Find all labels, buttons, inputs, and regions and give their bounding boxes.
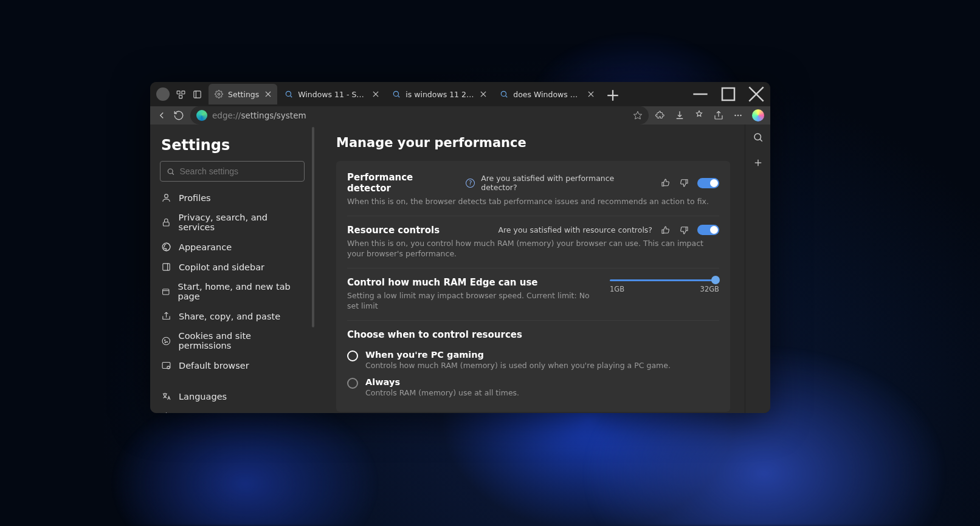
lock-icon [161, 217, 171, 228]
search-settings-input[interactable] [160, 161, 305, 182]
downloads-icon[interactable] [674, 110, 685, 121]
svg-point-29 [740, 115, 741, 116]
radio-always[interactable]: Always Controls RAM (memory) use at all … [347, 375, 719, 400]
thumbs-down-icon[interactable] [679, 225, 689, 235]
opt-always-title: Always [365, 377, 519, 387]
svg-point-42 [165, 341, 165, 342]
titlebar-left [150, 87, 206, 101]
svg-point-40 [165, 340, 165, 340]
feedback-group: Are you satisfied with performance detec… [481, 174, 719, 192]
new-tab-button[interactable] [604, 86, 622, 104]
browser-icon [161, 360, 171, 371]
favorite-icon[interactable] [633, 111, 643, 120]
nav-cookies[interactable]: Cookies and site permissions [160, 329, 305, 353]
close-window-button[interactable] [742, 82, 770, 106]
profile-avatar[interactable] [156, 87, 170, 101]
nav-downloads[interactable]: Downloads [160, 409, 305, 413]
svg-line-9 [291, 95, 292, 97]
toolbar-right [655, 109, 764, 121]
svg-point-30 [168, 169, 173, 174]
thumbs-down-icon[interactable] [679, 178, 689, 188]
search-icon [167, 167, 175, 176]
tab-search-2[interactable]: is windows 11 24h2 safe [386, 84, 492, 104]
close-icon[interactable] [479, 90, 488, 98]
perf-detector-toggle[interactable] [697, 178, 719, 188]
radio-button[interactable] [347, 350, 358, 361]
tab-strip: Settings Windows 11 - Search is windows … [209, 84, 622, 104]
resource-controls-desc: When this is on, you control how much RA… [347, 238, 719, 259]
refresh-button[interactable] [173, 110, 184, 121]
cookie-icon [161, 336, 171, 346]
search-panel-icon[interactable] [753, 132, 764, 143]
close-icon[interactable] [587, 90, 595, 98]
slider-min: 1GB [610, 285, 624, 293]
share-icon[interactable] [713, 110, 724, 121]
perf-detector-section: Performance detector ? Are you satisfied… [347, 172, 719, 207]
svg-point-16 [502, 91, 506, 96]
browser-essentials-icon[interactable] [694, 110, 705, 121]
opt-gaming-desc: Controls how much RAM (memory) is used o… [365, 361, 671, 370]
svg-point-5 [218, 93, 220, 95]
feedback-question: Are you satisfied with performance detec… [481, 174, 652, 192]
titlebar: Settings Windows 11 - Search is windows … [150, 82, 770, 106]
nav-copilot[interactable]: Copilot and sidebar [160, 259, 305, 275]
performance-card: Performance detector ? Are you satisfied… [336, 161, 730, 412]
nav-appearance[interactable]: Appearance [160, 239, 305, 254]
page-heading: Manage your performance [336, 135, 730, 150]
svg-point-27 [734, 115, 736, 116]
svg-rect-37 [163, 289, 169, 294]
nav-default-browser[interactable]: Default browser [160, 358, 305, 373]
info-icon[interactable]: ? [466, 179, 475, 188]
toolbar: edge://settings/system [150, 106, 770, 125]
paint-icon [161, 242, 171, 252]
svg-point-39 [162, 337, 170, 344]
back-button[interactable] [156, 110, 167, 121]
thumbs-up-icon[interactable] [661, 225, 671, 235]
ram-desc: Setting a low limit may impact browser s… [347, 290, 598, 312]
radio-gaming[interactable]: When you're PC gaming Controls how much … [347, 347, 719, 372]
tab-label: Settings [228, 90, 259, 99]
slider-track[interactable] [610, 279, 719, 281]
svg-point-28 [737, 115, 739, 116]
copilot-icon[interactable] [752, 109, 764, 121]
svg-line-17 [506, 95, 508, 97]
tab-search-1[interactable]: Windows 11 - Search [278, 84, 385, 104]
tab-settings[interactable]: Settings [209, 84, 277, 104]
svg-line-49 [760, 139, 762, 142]
resource-controls-toggle[interactable] [697, 225, 719, 235]
maximize-button[interactable] [714, 82, 742, 106]
address-bar[interactable]: edge://settings/system [190, 106, 649, 125]
slider-max: 32GB [700, 285, 719, 293]
svg-rect-35 [163, 264, 170, 270]
nav-privacy[interactable]: Privacy, search, and services [160, 210, 305, 234]
extensions-icon[interactable] [655, 110, 666, 121]
browser-window: Settings Windows 11 - Search is windows … [150, 82, 770, 413]
workspaces-icon[interactable] [176, 89, 186, 100]
tab-label: does Windows 11 24H2 [513, 90, 582, 99]
close-icon[interactable] [371, 90, 380, 98]
person-icon [161, 193, 171, 203]
nav-share[interactable]: Share, copy, and paste [160, 309, 305, 324]
search-field[interactable] [180, 166, 298, 176]
window-controls [686, 82, 770, 106]
tab-search-3[interactable]: does Windows 11 24H2 [494, 84, 600, 104]
feedback-group: Are you satisfied with resource controls… [498, 225, 719, 235]
nav-start[interactable]: Start, home, and new tab page [160, 279, 305, 304]
minimize-button[interactable] [686, 82, 714, 106]
nav-languages[interactable]: Languages [160, 389, 305, 404]
nav-profiles[interactable]: Profiles [160, 190, 305, 205]
tab-label: Windows 11 - Search [298, 90, 367, 99]
share-icon [161, 311, 171, 321]
radio-button[interactable] [347, 378, 358, 389]
ram-section: Control how much RAM Edge can use Settin… [347, 268, 719, 312]
sidebar-icon [161, 262, 171, 272]
language-icon [161, 391, 171, 401]
thumbs-up-icon[interactable] [661, 178, 671, 188]
ram-slider[interactable]: 1GB 32GB [610, 277, 719, 293]
tab-actions-icon[interactable] [192, 89, 202, 100]
close-icon[interactable] [264, 90, 272, 98]
ram-title: Control how much RAM Edge can use [347, 277, 598, 288]
more-menu-icon[interactable] [733, 110, 744, 121]
add-panel-icon[interactable] [753, 157, 764, 168]
tab-label: is windows 11 24h2 safe [405, 90, 474, 99]
